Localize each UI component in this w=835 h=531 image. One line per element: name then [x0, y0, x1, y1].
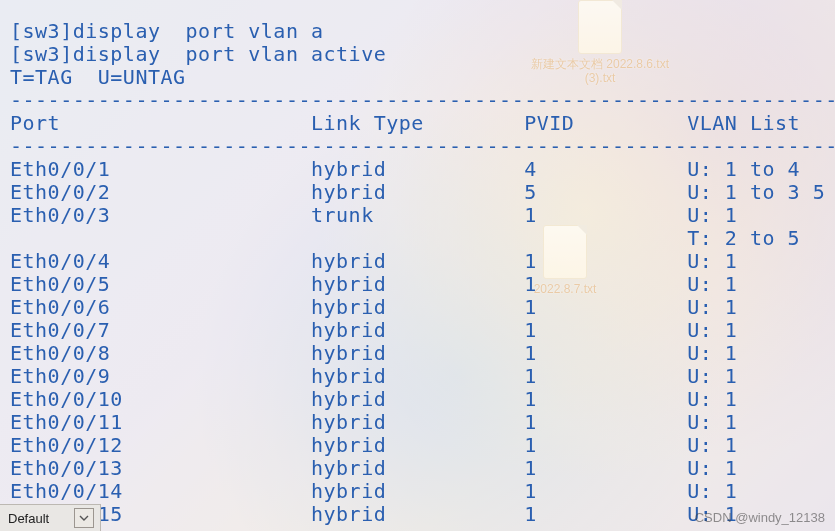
chevron-down-icon	[74, 508, 94, 528]
dropdown-label: Default	[0, 511, 59, 526]
dropdown-default[interactable]: Default	[0, 504, 101, 531]
watermark: CSDN @windy_12138	[695, 510, 825, 525]
terminal-output: [sw3]display port vlan a [sw3]display po…	[10, 20, 835, 526]
